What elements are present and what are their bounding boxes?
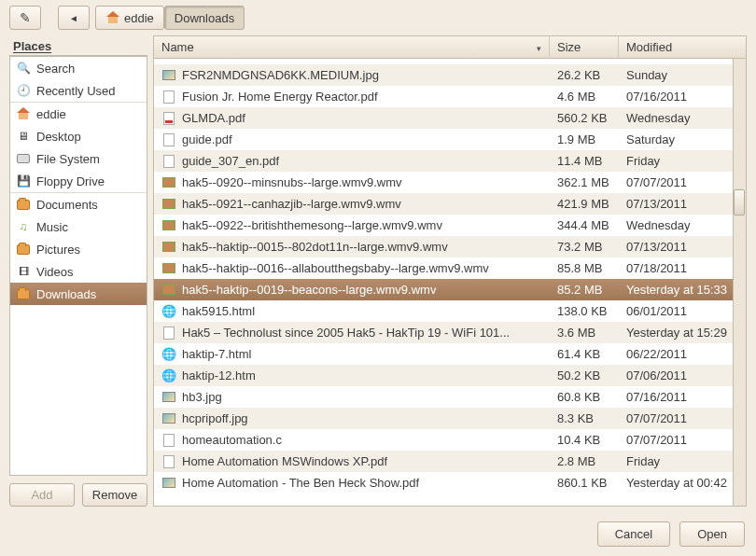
video-icon — [16, 264, 31, 279]
sidebar-item-label: Videos — [36, 265, 74, 279]
sidebar-item[interactable]: eddie — [10, 102, 147, 125]
table-row[interactable]: guide.pdf1.9 MBSaturday — [154, 129, 746, 150]
column-size[interactable]: Size — [550, 36, 619, 58]
vid-icon — [161, 197, 176, 212]
file-name: hb3.jpg — [182, 390, 222, 404]
table-row[interactable]: hcpripoff.jpg8.3 KB07/07/2011 — [154, 408, 746, 429]
sidebar-item[interactable]: File System — [10, 147, 147, 170]
table-row[interactable]: GLMDA.pdf560.2 KBWednesday — [154, 107, 746, 129]
file-size: 560.2 KB — [550, 111, 619, 125]
file-modified: 07/16/2011 — [619, 390, 746, 404]
table-row[interactable]: haktip-7.html61.4 KB06/22/2011 — [154, 343, 746, 365]
path-segment[interactable]: eddie — [95, 6, 164, 30]
table-row[interactable]: hak5--0922--britishthemesong--large.wmv9… — [154, 215, 746, 236]
places-header: Places — [9, 35, 147, 56]
sidebar-item[interactable]: Floppy Drive — [10, 170, 147, 192]
floppy-icon — [16, 174, 31, 188]
file-name: hak5--haktip--0015--802dot11n--large.wmv… — [182, 240, 448, 254]
file-name: hcpripoff.jpg — [182, 411, 248, 425]
sidebar-item-label: Music — [36, 220, 68, 234]
file-name: Home Automation - The Ben Heck Show.pdf — [182, 476, 419, 490]
file-icon — [161, 154, 176, 169]
sidebar-item[interactable]: Documents — [10, 192, 147, 215]
file-size: 362.1 MB — [550, 175, 619, 189]
sidebar-item-label: Floppy Drive — [36, 174, 105, 188]
file-size: 860.1 KB — [550, 476, 619, 490]
file-modified: Wednesday — [619, 218, 746, 232]
file-modified: 07/07/2011 — [619, 411, 746, 425]
file-modified: 06/01/2011 — [619, 304, 746, 318]
column-headers: Name Size Modified — [154, 36, 746, 59]
edit-path-button[interactable] — [9, 6, 41, 30]
path-back-button[interactable] — [58, 6, 90, 30]
img-icon — [161, 390, 176, 405]
file-name: hak5915.html — [182, 304, 255, 318]
table-row[interactable]: hak5--haktip--0015--802dot11n--large.wmv… — [154, 236, 746, 257]
file-modified: 07/13/2011 — [619, 240, 746, 254]
places-list[interactable]: SearchRecently UsededdieDesktopFile Syst… — [9, 56, 147, 476]
sidebar-item[interactable]: Music — [10, 215, 147, 238]
table-row[interactable]: Hak5 – Technolust since 2005 Hak5 - HakT… — [154, 322, 746, 343]
search-icon — [16, 61, 31, 76]
file-modified: Saturday — [619, 132, 746, 146]
table-row[interactable]: homeautomation.c10.4 KB07/07/2011 — [154, 429, 746, 451]
table-row[interactable]: hak5--haktip--0019--beacons--large.wmv9.… — [154, 279, 746, 300]
table-row[interactable]: haktip-12.htm50.2 KB07/06/2011 — [154, 365, 746, 386]
table-row[interactable]: hak5915.html138.0 KB06/01/2011 — [154, 300, 746, 322]
globe-icon — [161, 304, 176, 319]
file-modified: Yesterday at 15:33 — [619, 283, 746, 297]
sidebar-item[interactable]: Search — [10, 57, 147, 79]
drive-icon — [16, 151, 31, 166]
file-size: 61.4 KB — [550, 347, 619, 361]
column-name[interactable]: Name — [154, 36, 550, 58]
file-size: 73.2 MB — [550, 240, 619, 254]
file-icon — [161, 433, 176, 448]
table-row[interactable]: hak5--haktip--0016--allaboutthegsbaby--l… — [154, 257, 746, 279]
file-size: 10.4 KB — [550, 433, 619, 447]
sidebar-item[interactable]: Videos — [10, 260, 147, 283]
sidebar-item[interactable]: Downloads — [10, 283, 147, 305]
file-modified: 07/18/2011 — [619, 261, 746, 275]
dialog-buttons: Cancel Open — [0, 514, 756, 556]
file-size: 26.2 KB — [550, 68, 619, 82]
file-name: guide_307_en.pdf — [182, 154, 279, 168]
sort-chevron-icon — [537, 40, 541, 54]
sidebar-item-label: File System — [36, 152, 100, 166]
globe-icon — [161, 368, 176, 383]
scrollbar-thumb[interactable] — [734, 189, 745, 215]
file-name: Hak5 – Technolust since 2005 Hak5 - HakT… — [182, 326, 510, 340]
file-name: hak5--0921--canhazjib--large.wmv9.wmv — [182, 197, 401, 211]
open-button[interactable]: Open — [679, 521, 745, 547]
sidebar-item-label: Pictures — [36, 243, 80, 257]
places-sidebar: Places SearchRecently UsededdieDesktopFi… — [9, 35, 147, 507]
file-modified: 07/07/2011 — [619, 175, 746, 189]
breadcrumb: eddieDownloads — [95, 6, 245, 30]
table-row[interactable]: hak5--0921--canhazjib--large.wmv9.wmv421… — [154, 193, 746, 215]
file-list[interactable]: FSR2NMDGNSAD6KK.MEDIUM.jpg26.2 KBSundayF… — [154, 59, 746, 506]
vid-icon — [161, 218, 176, 233]
file-modified: 06/22/2011 — [619, 347, 746, 361]
table-row[interactable]: FSR2NMDGNSAD6KK.MEDIUM.jpg26.2 KBSunday — [154, 64, 746, 86]
table-row[interactable]: Home Automation - The Ben Heck Show.pdf8… — [154, 472, 746, 493]
file-size: 421.9 MB — [550, 197, 619, 211]
path-segment[interactable]: Downloads — [164, 6, 245, 30]
sidebar-item[interactable]: Pictures — [10, 238, 147, 260]
add-bookmark-button[interactable]: Add — [9, 483, 75, 507]
file-modified: Wednesday — [619, 111, 746, 125]
file-name: hak5--haktip--0019--beacons--large.wmv9.… — [182, 283, 436, 297]
cancel-button[interactable]: Cancel — [597, 521, 670, 547]
table-row[interactable]: hak5--0920--minsnubs--large.wmv9.wmv362.… — [154, 172, 746, 193]
sidebar-item[interactable]: Desktop — [10, 125, 147, 147]
column-modified[interactable]: Modified — [619, 36, 746, 58]
chevron-left-icon — [66, 10, 81, 25]
file-size: 138.0 KB — [550, 304, 619, 318]
file-size: 50.2 KB — [550, 368, 619, 382]
table-row[interactable]: Fusion Jr. Home Energy Reactor.pdf4.6 MB… — [154, 86, 746, 107]
remove-bookmark-button[interactable]: Remove — [82, 483, 147, 507]
table-row[interactable]: Home Automation MSWindows XP.pdf2.8 MBFr… — [154, 451, 746, 472]
table-row[interactable]: guide_307_en.pdf11.4 MBFriday — [154, 150, 746, 172]
table-row[interactable]: hb3.jpg60.8 KB07/16/2011 — [154, 386, 746, 408]
scrollbar[interactable] — [733, 59, 746, 506]
sidebar-item[interactable]: Recently Used — [10, 79, 147, 102]
file-icon — [161, 90, 176, 104]
